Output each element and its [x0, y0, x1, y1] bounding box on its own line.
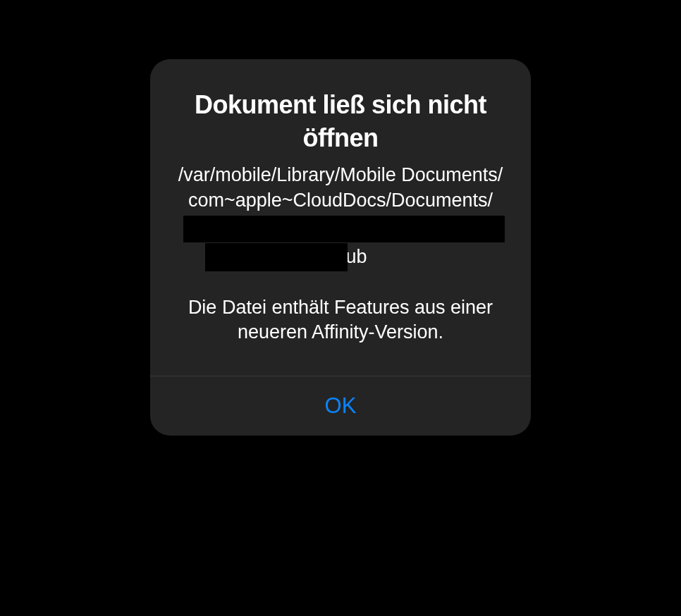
ok-button[interactable]: OK [150, 376, 531, 436]
path-line-2: com~apple~CloudDocs/Documents/ [188, 187, 493, 213]
redacted-block [183, 216, 505, 242]
alert-dialog: Dokument ließ sich nicht öffnen /var/mob… [150, 59, 531, 436]
redacted-row-2: .afpub [171, 244, 510, 269]
alert-message: Die Datei enthält Features aus einer neu… [171, 295, 510, 345]
alert-body: Dokument ließ sich nicht öffnen /var/mob… [150, 59, 531, 376]
path-line-1: /var/mobile/Library/Mobile Documents/ [178, 162, 503, 187]
alert-file-path: /var/mobile/Library/Mobile Documents/ co… [171, 162, 510, 270]
redacted-block [205, 243, 348, 271]
alert-title: Dokument ließ sich nicht öffnen [171, 89, 510, 155]
redacted-row-1 [176, 216, 505, 242]
